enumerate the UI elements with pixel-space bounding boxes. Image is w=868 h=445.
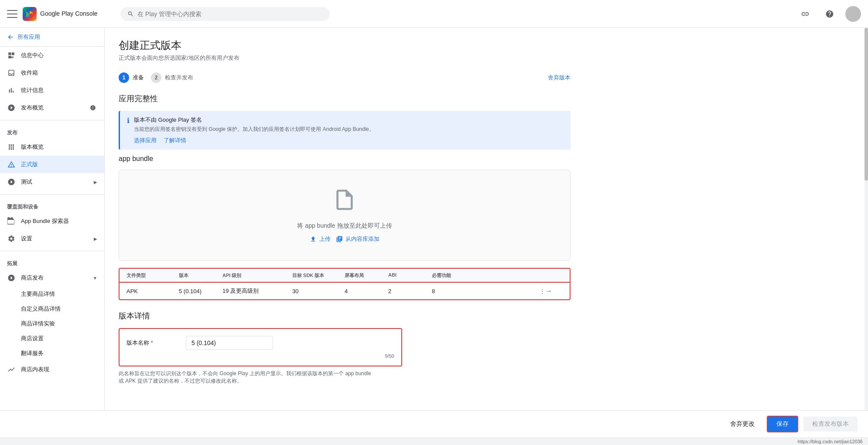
publish-button[interactable]: 检查发布版本 bbox=[803, 417, 858, 431]
version-name-label: 版本名称 * bbox=[126, 339, 179, 347]
library-button[interactable]: 从内容库添加 bbox=[336, 235, 379, 243]
avatar[interactable] bbox=[845, 6, 861, 22]
sidebar-item-production[interactable]: 正式版 bbox=[0, 156, 104, 173]
upload-button[interactable]: 上传 bbox=[310, 235, 331, 243]
cell-target-sdk: 30 bbox=[292, 288, 345, 294]
hamburger-button[interactable] bbox=[7, 9, 17, 19]
search-area bbox=[120, 7, 788, 21]
app-title: Google Play Console bbox=[40, 10, 98, 17]
help-icon-button[interactable] bbox=[821, 5, 838, 23]
app-integrity-title: 应用完整性 bbox=[119, 93, 571, 104]
sidebar-sub-store-settings[interactable]: 商店设置 bbox=[21, 331, 104, 346]
sidebar-divider-1 bbox=[0, 120, 104, 120]
version-details-title: 版本详情 bbox=[119, 311, 571, 321]
testing-expand-icon: ▶ bbox=[94, 180, 97, 185]
drop-actions: 上传 从内容库添加 bbox=[310, 235, 379, 243]
cell-version: 5 (0.104) bbox=[179, 288, 222, 294]
cell-features: 8 bbox=[432, 288, 528, 294]
logo-icon bbox=[23, 7, 37, 21]
in-store-icon bbox=[7, 365, 16, 374]
content-inner: 创建正式版本 正式版本会面向您所选国家/地区的所有用户发布 1 准备 2 检查并… bbox=[105, 28, 584, 395]
coverage-section-label: 覆盖面和设备 bbox=[0, 198, 104, 212]
col-version: 版本 bbox=[179, 272, 222, 279]
bottom-bar: 舍弃更改 保存 检查发布版本 bbox=[0, 410, 868, 438]
sidebar-divider-3 bbox=[0, 251, 104, 251]
search-input[interactable] bbox=[137, 10, 323, 17]
settings-icon bbox=[7, 234, 16, 243]
link-icon-button[interactable] bbox=[796, 5, 814, 23]
search-box[interactable] bbox=[120, 7, 330, 21]
scroll-thumb[interactable] bbox=[865, 28, 868, 181]
more-options-icon[interactable]: ⋮ bbox=[540, 288, 545, 294]
cell-more[interactable]: ⋮ bbox=[528, 288, 545, 294]
row-arrow-icon[interactable]: → bbox=[545, 287, 552, 294]
step-2-circle: 2 bbox=[151, 72, 161, 83]
app-integrity-info-box: ℹ 版本不由 Google Play 签名 当前您的应用签名密钥没有受到 Goo… bbox=[119, 111, 571, 150]
col-abi: ABI bbox=[388, 272, 432, 279]
col-nav bbox=[545, 272, 563, 279]
learn-more-link[interactable]: 了解详情 bbox=[164, 137, 186, 144]
store-publish-label: 商店发布 bbox=[21, 274, 88, 282]
cell-arrow[interactable]: → bbox=[545, 287, 563, 295]
sidebar-item-in-store[interactable]: 商店内表现 bbox=[0, 361, 104, 378]
sidebar-sub-main-product[interactable]: 主要商品详情 bbox=[21, 287, 104, 301]
cell-screen: 4 bbox=[345, 288, 388, 294]
page-subtitle: 正式版本会面向您所选国家/地区的所有用户发布 bbox=[119, 54, 571, 62]
cell-file-type: APK bbox=[126, 288, 179, 294]
back-arrow-icon bbox=[7, 34, 14, 41]
sidebar-item-store-publish[interactable]: 商店发布 ▼ bbox=[0, 269, 104, 287]
version-overview-label: 版本概览 bbox=[21, 143, 97, 151]
expand-section-label: 拓展 bbox=[0, 255, 104, 269]
sidebar-item-version-overview[interactable]: 版本概览 bbox=[0, 138, 104, 156]
step-1-circle: 1 bbox=[119, 72, 129, 83]
store-publish-icon bbox=[7, 274, 16, 282]
production-label: 正式版 bbox=[21, 161, 97, 168]
table-header: 文件类型 版本 API 级别 目标 SDK 版本 屏幕布局 ABI 必需功能 bbox=[120, 269, 570, 283]
info-circle-icon: ℹ bbox=[127, 116, 130, 125]
search-icon bbox=[127, 10, 134, 17]
sidebar-item-stats[interactable]: 统计信息 bbox=[0, 82, 104, 99]
store-sub-menu: 主要商品详情 自定义商品详情 商品详情实验 商店设置 翻译服务 bbox=[0, 287, 104, 361]
production-icon bbox=[7, 160, 16, 169]
required-mark: * bbox=[151, 339, 153, 346]
logo-area: Google Play Console bbox=[23, 7, 98, 21]
publish-overview-extra-icon bbox=[89, 103, 97, 112]
sidebar-sub-translation[interactable]: 翻译服务 bbox=[21, 346, 104, 361]
url-bar: https://blog.csdn.net/jian12036 bbox=[0, 438, 868, 445]
file-icon bbox=[332, 188, 357, 217]
app-bundle-section-title: app bundle bbox=[119, 155, 571, 163]
abandon-version-link[interactable]: 舍弃版本 bbox=[548, 74, 571, 82]
topbar: Google Play Console bbox=[0, 0, 868, 28]
stats-label: 统计信息 bbox=[21, 86, 97, 94]
testing-label: 测试 bbox=[21, 178, 89, 186]
save-button[interactable]: 保存 bbox=[767, 416, 798, 432]
page-title: 创建正式版本 bbox=[119, 38, 571, 52]
back-label: 所有应用 bbox=[17, 33, 40, 41]
sidebar-sub-custom-product[interactable]: 自定义商品详情 bbox=[21, 301, 104, 316]
sidebar: 所有应用 信息中心 收件箱 统计信息 发布概览 bbox=[0, 28, 105, 410]
apk-table: 文件类型 版本 API 级别 目标 SDK 版本 屏幕布局 ABI 必需功能 A… bbox=[119, 268, 571, 300]
version-name-input[interactable] bbox=[186, 336, 273, 350]
sidebar-item-dashboard[interactable]: 信息中心 bbox=[0, 47, 104, 64]
info-box-content: 版本不由 Google Play 签名 当前您的应用签名密钥没有受到 Googl… bbox=[134, 116, 374, 144]
abandon-changes-button[interactable]: 舍弃更改 bbox=[723, 417, 762, 431]
version-hint: 此名称旨在让您可以识别这个版本，不会向 Google Play 上的用户显示。我… bbox=[119, 370, 372, 385]
dashboard-icon bbox=[7, 51, 16, 60]
sidebar-item-inbox[interactable]: 收件箱 bbox=[0, 64, 104, 82]
main-content: 创建正式版本 正式版本会面向您所选国家/地区的所有用户发布 1 准备 2 检查并… bbox=[105, 28, 868, 410]
col-api-level: API 级别 bbox=[222, 272, 292, 279]
drop-zone[interactable]: 将 app bundle 拖放至此处即可上传 上传 从内容库添加 bbox=[119, 170, 571, 261]
sidebar-item-testing[interactable]: 测试 ▶ bbox=[0, 173, 104, 191]
sidebar-item-app-bundle[interactable]: App Bundle 探索器 bbox=[0, 212, 104, 230]
sidebar-sub-product-test[interactable]: 商品详情实验 bbox=[21, 316, 104, 331]
topbar-left: Google Play Console bbox=[7, 7, 112, 21]
version-input-row: 版本名称 * bbox=[126, 336, 394, 350]
col-target-sdk: 目标 SDK 版本 bbox=[292, 272, 345, 279]
sidebar-item-publish-overview[interactable]: 发布概览 bbox=[0, 99, 104, 116]
sidebar-item-settings[interactable]: 设置 ▶ bbox=[0, 230, 104, 247]
step-1: 1 准备 bbox=[119, 72, 144, 83]
inbox-icon bbox=[7, 68, 16, 77]
main-layout: 所有应用 信息中心 收件箱 统计信息 发布概览 bbox=[0, 28, 868, 410]
select-app-link[interactable]: 选择应用 bbox=[134, 137, 157, 144]
sidebar-back-button[interactable]: 所有应用 bbox=[0, 28, 104, 47]
